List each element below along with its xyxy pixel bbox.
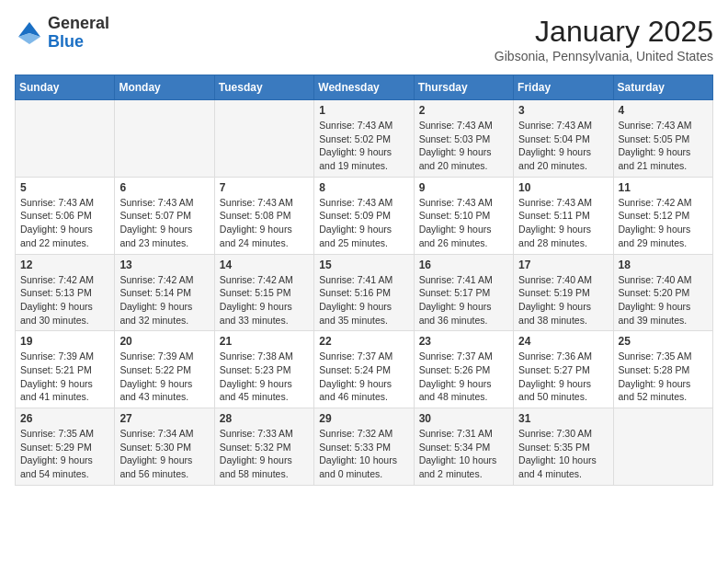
day-info: Sunrise: 7:34 AMSunset: 5:30 PMDaylight:…	[119, 427, 209, 481]
sunrise-text: Sunrise: 7:36 AM	[518, 350, 608, 363]
calendar-cell: 27Sunrise: 7:34 AMSunset: 5:30 PMDayligh…	[115, 408, 214, 486]
weekday-header: Friday	[514, 75, 613, 100]
day-info: Sunrise: 7:43 AMSunset: 5:06 PMDaylight:…	[20, 196, 109, 250]
sunrise-text: Sunrise: 7:35 AM	[619, 350, 708, 363]
sunset-text: Sunset: 5:35 PM	[518, 441, 608, 454]
day-number: 5	[20, 181, 109, 194]
daylight-text: Daylight: 9 hours and 33 minutes.	[220, 300, 309, 327]
daylight-text: Daylight: 9 hours and 35 minutes.	[319, 300, 408, 327]
calendar-week-row: 5Sunrise: 7:43 AMSunset: 5:06 PMDaylight…	[16, 177, 713, 254]
day-number: 23	[419, 335, 508, 348]
daylight-text: Daylight: 9 hours and 23 minutes.	[119, 223, 209, 249]
daylight-text: Daylight: 9 hours and 45 minutes.	[220, 377, 309, 404]
calendar-table: SundayMondayTuesdayWednesdayThursdayFrid…	[15, 75, 713, 486]
sunset-text: Sunset: 5:24 PM	[319, 363, 408, 377]
calendar-cell: 8Sunrise: 7:43 AMSunset: 5:09 PMDaylight…	[314, 177, 414, 254]
sunset-text: Sunset: 5:04 PM	[518, 132, 608, 146]
sunrise-text: Sunrise: 7:34 AM	[119, 427, 209, 441]
day-info: Sunrise: 7:39 AMSunset: 5:21 PMDaylight:…	[20, 350, 109, 404]
sunrise-text: Sunrise: 7:40 AM	[619, 273, 708, 287]
calendar-cell: 1Sunrise: 7:43 AMSunset: 5:02 PMDaylight…	[314, 100, 414, 178]
daylight-text: Daylight: 9 hours and 32 minutes.	[119, 300, 209, 327]
sunrise-text: Sunrise: 7:35 AM	[20, 427, 109, 441]
calendar-week-row: 19Sunrise: 7:39 AMSunset: 5:21 PMDayligh…	[16, 331, 713, 408]
logo-icon	[15, 18, 44, 48]
day-number: 13	[119, 259, 209, 271]
calendar-cell: 9Sunrise: 7:43 AMSunset: 5:10 PMDaylight…	[414, 177, 513, 254]
sunrise-text: Sunrise: 7:43 AM	[518, 196, 608, 210]
calendar-cell: 31Sunrise: 7:30 AMSunset: 5:35 PMDayligh…	[514, 408, 613, 486]
day-info: Sunrise: 7:38 AMSunset: 5:23 PMDaylight:…	[220, 350, 309, 404]
day-number: 27	[119, 412, 209, 425]
daylight-text: Daylight: 9 hours and 21 minutes.	[619, 145, 708, 172]
sunrise-text: Sunrise: 7:43 AM	[419, 119, 508, 132]
day-info: Sunrise: 7:41 AMSunset: 5:17 PMDaylight:…	[419, 273, 508, 327]
sunrise-text: Sunrise: 7:41 AM	[319, 273, 408, 287]
logo: General Blue	[15, 15, 109, 52]
sunrise-text: Sunrise: 7:40 AM	[518, 273, 608, 287]
day-info: Sunrise: 7:35 AMSunset: 5:29 PMDaylight:…	[20, 427, 109, 481]
day-info: Sunrise: 7:32 AMSunset: 5:33 PMDaylight:…	[319, 427, 408, 481]
weekday-header: Sunday	[16, 75, 115, 100]
header-row: SundayMondayTuesdayWednesdayThursdayFrid…	[16, 75, 713, 100]
daylight-text: Daylight: 9 hours and 20 minutes.	[419, 145, 508, 172]
sunrise-text: Sunrise: 7:42 AM	[20, 273, 109, 287]
calendar-cell: 20Sunrise: 7:39 AMSunset: 5:22 PMDayligh…	[115, 331, 214, 408]
sunset-text: Sunset: 5:30 PM	[119, 441, 209, 454]
daylight-text: Daylight: 10 hours and 4 minutes.	[518, 454, 608, 480]
sunrise-text: Sunrise: 7:43 AM	[220, 196, 309, 210]
calendar-cell: 2Sunrise: 7:43 AMSunset: 5:03 PMDaylight…	[414, 100, 513, 178]
daylight-text: Daylight: 10 hours and 2 minutes.	[419, 454, 508, 480]
calendar-cell: 24Sunrise: 7:36 AMSunset: 5:27 PMDayligh…	[514, 331, 613, 408]
daylight-text: Daylight: 9 hours and 52 minutes.	[619, 377, 708, 404]
calendar-cell: 13Sunrise: 7:42 AMSunset: 5:14 PMDayligh…	[115, 254, 214, 331]
daylight-text: Daylight: 9 hours and 28 minutes.	[518, 223, 608, 249]
daylight-text: Daylight: 9 hours and 41 minutes.	[20, 377, 109, 404]
calendar-cell: 30Sunrise: 7:31 AMSunset: 5:34 PMDayligh…	[414, 408, 513, 486]
day-info: Sunrise: 7:43 AMSunset: 5:05 PMDaylight:…	[619, 119, 708, 173]
day-info: Sunrise: 7:43 AMSunset: 5:02 PMDaylight:…	[319, 119, 408, 173]
calendar-cell: 21Sunrise: 7:38 AMSunset: 5:23 PMDayligh…	[214, 331, 313, 408]
daylight-text: Daylight: 9 hours and 20 minutes.	[518, 145, 608, 172]
calendar-cell: 19Sunrise: 7:39 AMSunset: 5:21 PMDayligh…	[16, 331, 115, 408]
daylight-text: Daylight: 9 hours and 30 minutes.	[20, 300, 109, 327]
sunrise-text: Sunrise: 7:33 AM	[220, 427, 309, 441]
sunrise-text: Sunrise: 7:43 AM	[319, 196, 408, 210]
calendar-week-row: 12Sunrise: 7:42 AMSunset: 5:13 PMDayligh…	[16, 254, 713, 331]
day-info: Sunrise: 7:39 AMSunset: 5:22 PMDaylight:…	[119, 350, 209, 404]
sunrise-text: Sunrise: 7:32 AM	[319, 427, 408, 441]
daylight-text: Daylight: 9 hours and 26 minutes.	[419, 223, 508, 249]
day-number: 6	[119, 181, 209, 194]
page-header: General Blue January 2025 Gibsonia, Penn…	[15, 15, 713, 63]
calendar-cell: 3Sunrise: 7:43 AMSunset: 5:04 PMDaylight…	[514, 100, 613, 178]
daylight-text: Daylight: 9 hours and 39 minutes.	[619, 300, 708, 327]
sunset-text: Sunset: 5:32 PM	[220, 441, 309, 454]
sunset-text: Sunset: 5:02 PM	[319, 132, 408, 146]
day-number: 28	[220, 412, 309, 425]
day-info: Sunrise: 7:31 AMSunset: 5:34 PMDaylight:…	[419, 427, 508, 481]
daylight-text: Daylight: 10 hours and 0 minutes.	[319, 454, 408, 480]
sunset-text: Sunset: 5:34 PM	[419, 441, 508, 454]
sunrise-text: Sunrise: 7:43 AM	[319, 119, 408, 132]
day-info: Sunrise: 7:37 AMSunset: 5:26 PMDaylight:…	[419, 350, 508, 404]
calendar-cell: 28Sunrise: 7:33 AMSunset: 5:32 PMDayligh…	[214, 408, 313, 486]
day-info: Sunrise: 7:42 AMSunset: 5:13 PMDaylight:…	[20, 273, 109, 327]
sunset-text: Sunset: 5:15 PM	[220, 286, 309, 300]
day-number: 19	[20, 335, 109, 348]
day-info: Sunrise: 7:43 AMSunset: 5:10 PMDaylight:…	[419, 196, 508, 250]
logo-general: General	[48, 15, 109, 33]
day-number: 31	[518, 412, 608, 425]
day-number: 26	[20, 412, 109, 425]
sunrise-text: Sunrise: 7:37 AM	[419, 350, 508, 363]
daylight-text: Daylight: 9 hours and 25 minutes.	[319, 223, 408, 249]
day-number: 17	[518, 259, 608, 271]
day-info: Sunrise: 7:42 AMSunset: 5:12 PMDaylight:…	[619, 196, 708, 250]
day-info: Sunrise: 7:43 AMSunset: 5:07 PMDaylight:…	[119, 196, 209, 250]
calendar-cell: 6Sunrise: 7:43 AMSunset: 5:07 PMDaylight…	[115, 177, 214, 254]
weekday-header: Saturday	[613, 75, 712, 100]
daylight-text: Daylight: 9 hours and 29 minutes.	[619, 223, 708, 249]
sunset-text: Sunset: 5:13 PM	[20, 286, 109, 300]
sunrise-text: Sunrise: 7:43 AM	[119, 196, 209, 210]
day-number: 15	[319, 259, 408, 271]
calendar-cell: 14Sunrise: 7:42 AMSunset: 5:15 PMDayligh…	[214, 254, 313, 331]
